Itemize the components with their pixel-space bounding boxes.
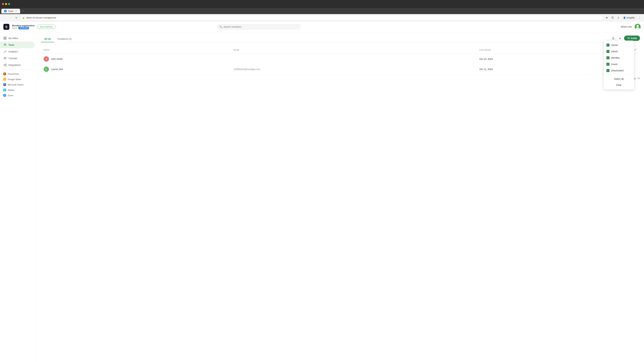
google-slides-icon: G	[3, 78, 6, 81]
member-label: Member	[611, 56, 620, 59]
ms-teams-icon: T	[3, 83, 6, 86]
name-sort-arrow: ↑	[51, 49, 52, 51]
table-header: Name ↑ Email Last activity	[41, 46, 640, 54]
lauren-deli-name: Lauren Deli	[51, 68, 63, 70]
new-tab-button[interactable]: +	[21, 9, 26, 13]
sidebar-item-powerpoint[interactable]: P PowerPoint	[0, 71, 37, 77]
dropdown-item-member[interactable]: ✓ Member	[604, 55, 634, 61]
download-icon-button[interactable]	[617, 35, 623, 41]
tab-favicon: S	[4, 10, 7, 12]
tab-all[interactable]: All (2)	[41, 36, 54, 42]
svg-line-16	[5, 65, 6, 66]
extensions-icon[interactable]: ☰	[610, 15, 615, 20]
rows-per-page: Rows per page 50	[41, 77, 640, 80]
john-smith-email-cell	[231, 54, 477, 64]
webex-label: Webex	[8, 89, 14, 91]
zoom-label: Zoom	[8, 94, 13, 97]
new-interface-button[interactable]: New interface	[37, 25, 56, 29]
dropdown-item-owner[interactable]: ✓ Owner	[604, 42, 634, 48]
team-icon	[3, 43, 7, 46]
sidebar-item-ms-teams[interactable]: T Microsoft Teams	[0, 82, 37, 87]
address-bar[interactable]: 🔒 admin.sli.do/user-management	[20, 15, 603, 20]
table-row[interactable]: L Lauren Deli 31860d42@moodjoy.com Oct 1…	[41, 64, 640, 74]
svg-rect-8	[5, 38, 6, 39]
deactivated-checkbox[interactable]: ✓	[606, 69, 610, 72]
sidebar-item-integrations-label: Integrations	[8, 64, 21, 66]
svg-point-11	[6, 51, 6, 51]
bookmarks-icon[interactable]: ★	[604, 15, 609, 20]
invite-button[interactable]: Invite	[624, 35, 640, 41]
lauren-deli-name-cell: L Lauren Deli	[41, 64, 231, 74]
last-activity-column-label: Last activity	[479, 49, 491, 51]
svg-rect-17	[612, 38, 614, 39]
forward-button[interactable]: →	[8, 15, 13, 20]
back-button[interactable]: ←	[2, 15, 7, 20]
name-column-label: Name	[44, 49, 50, 51]
sidebar-item-tutorials[interactable]: Tutorials	[0, 55, 35, 62]
member-checkbox[interactable]: ✓	[606, 56, 610, 59]
tab-close-button[interactable]: ×	[15, 10, 18, 12]
svg-point-18	[628, 37, 629, 39]
sidebar-item-zoom[interactable]: Z Zoom	[0, 93, 37, 98]
dropdown-item-admin[interactable]: ✓ Admin	[604, 48, 634, 55]
powerpoint-icon: P	[3, 72, 6, 75]
lauren-deli-email-cell: 31860d42@moodjoy.com	[231, 64, 477, 74]
sidebar-item-webex[interactable]: W Webex	[0, 87, 37, 93]
invite-button-label: Invite	[631, 37, 637, 39]
sidebar-item-team[interactable]: Team	[0, 41, 35, 48]
url-text: admin.sli.do/user-management	[26, 16, 56, 19]
svg-rect-7	[4, 38, 5, 39]
user-avatar[interactable]	[634, 24, 641, 30]
tabs-bar: All (2) Invitations (2)	[41, 35, 640, 42]
members-table-body: J John Smith Oct 10, 2024 0	[41, 54, 640, 74]
tab-invitations[interactable]: Invitations (2)	[54, 36, 75, 42]
search-input[interactable]	[224, 25, 298, 28]
incognito-label: Incognito	[626, 16, 634, 19]
name-column-header[interactable]: Name ↑	[41, 46, 231, 54]
org-info: Moodjoy organization Owner UPGRADE	[12, 24, 34, 29]
active-tab[interactable]: S Team ×	[1, 9, 20, 13]
rows-per-page-value: 50	[638, 77, 640, 80]
sidebar-item-my-slidos-label: My slidos	[8, 37, 18, 39]
upgrade-badge[interactable]: UPGRADE	[18, 27, 29, 29]
svg-rect-6	[5, 37, 6, 38]
guest-checkbox[interactable]: ✓	[606, 63, 610, 66]
sidebar-item-team-label: Team	[8, 43, 14, 46]
admin-checkbox[interactable]: ✓	[606, 50, 610, 53]
header-search: 🔍	[217, 24, 301, 30]
incognito-icon: 👤	[623, 16, 626, 19]
svg-point-9	[4, 44, 5, 45]
slido-logo: S	[3, 24, 10, 30]
dropdown-item-guest[interactable]: ✓ Guest	[604, 61, 634, 67]
lauren-deli-email: 31860d42@moodjoy.com	[234, 68, 260, 70]
lock-icon-button[interactable]	[611, 35, 616, 41]
sidebar-divider	[3, 70, 34, 70]
whats-new-button[interactable]: What's new	[621, 25, 632, 28]
owner-label: Owner	[611, 44, 618, 46]
sidebar-item-integrations[interactable]: Integrations	[0, 62, 35, 68]
downloads-icon[interactable]: ⇓	[616, 15, 620, 20]
menu-icon[interactable]: ⋮	[637, 15, 642, 20]
john-smith-avatar: J	[44, 56, 49, 62]
my-slidos-icon	[3, 36, 7, 40]
admin-label: Admin	[611, 50, 618, 53]
slido-logo-icon: S	[3, 24, 10, 30]
dropdown-item-deactivated[interactable]: ✓ Deactivated	[604, 67, 634, 74]
incognito-badge: 👤 Incognito	[622, 16, 636, 19]
reload-button[interactable]: ↻	[14, 15, 19, 20]
sidebar-item-my-slidos[interactable]: My slidos	[0, 35, 35, 41]
owner-checkbox[interactable]: ✓	[606, 43, 610, 46]
search-icon: 🔍	[219, 25, 222, 28]
sidebar-item-analytics-label: Analytics	[8, 50, 18, 53]
sidebar-item-analytics[interactable]: Analytics	[0, 48, 35, 55]
table-row[interactable]: J John Smith Oct 10, 2024 0	[41, 54, 640, 64]
svg-text:S: S	[5, 25, 8, 28]
clear-button[interactable]: Clear	[604, 82, 634, 88]
svg-point-14	[6, 65, 6, 66]
select-all-button[interactable]: Select all	[604, 76, 634, 82]
john-smith-last-activity: Oct 10, 2024	[479, 58, 493, 60]
ms-teams-label: Microsoft Teams	[8, 83, 24, 86]
sidebar-item-google-slides[interactable]: G Google Slides	[0, 77, 37, 82]
guest-label: Guest	[611, 63, 617, 65]
org-role-text: Owner	[12, 27, 18, 29]
